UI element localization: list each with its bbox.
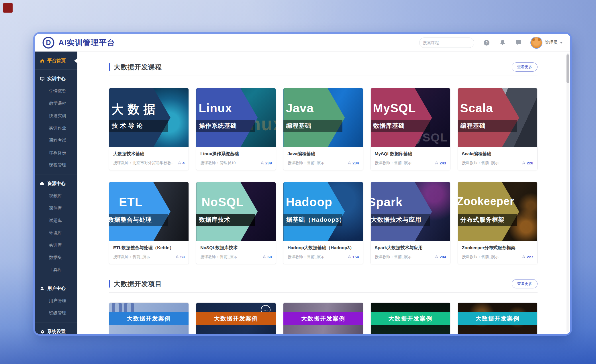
sidebar-item-environment-library[interactable]: 环境库 (35, 227, 77, 239)
course-teacher: 授课教师：北京市对外贸易学校教... (113, 160, 178, 166)
sidebar-item-dataset[interactable]: 数据集 (35, 251, 77, 264)
sidebar-section-label: 实训中心 (47, 76, 66, 82)
sidebar-item-label: 课程考试 (49, 138, 66, 143)
sidebar-item-course-backup[interactable]: 课程备份 (35, 147, 77, 159)
course-card-linux[interactable]: Linux Linux 操作系统基础 Linux操作系统基础 授课教师：管理员1… (196, 88, 276, 170)
course-banner-image: Spark 大数据技术与应用 (371, 182, 450, 241)
person-icon (175, 255, 179, 259)
course-card-hadoop[interactable]: Hadoop 据基础（Hadoop3） Hadoop大数据基础（Hadoop3）… (283, 182, 363, 264)
course-card-zookeeper[interactable]: Zookeeper 分布式服务框架 Zookeeper分布式服务框架 授课教师：… (458, 182, 538, 264)
student-count: 60 (262, 255, 272, 259)
chevron-down-icon[interactable] (560, 42, 563, 44)
banner-title: 大 数 据 (111, 101, 156, 117)
sidebar-item-label: 实训作业 (49, 125, 66, 131)
sidebar-item-class-management[interactable]: 班级管理 (35, 307, 77, 319)
student-count: 294 (435, 255, 446, 259)
banner-arrow-shape (109, 88, 170, 147)
banner-arrow-shape (196, 182, 258, 241)
course-card-java[interactable]: Java 编程基础 Java编程基础 授课教师：售前_演示 234 (283, 88, 363, 170)
section-title: 大数据开发课程 (114, 63, 512, 72)
banner-arrow-shape (109, 182, 170, 241)
sidebar-section-training[interactable]: 实训中心 (35, 72, 77, 85)
person-icon (522, 161, 526, 165)
desktop-red-chip (3, 3, 13, 13)
person-icon (178, 161, 181, 165)
help-icon[interactable]: ? (483, 39, 490, 46)
sidebar-section-user-center[interactable]: 用户中心 (35, 282, 77, 295)
course-card-nosql[interactable]: NoSQL 数据库技术 NoSQL数据库技术 授课教师：售前_演示 60 (196, 182, 276, 264)
course-card-scala[interactable]: Scala 编程基础 Scala编程基础 授课教师：售前_演示 228 (458, 88, 538, 170)
course-grid-row-2: ETL 数据整合与处理 ETL数据整合与处理（Kettle） 授课教师：售前_演… (109, 182, 538, 264)
project-card[interactable]: 大数据开发案例 (283, 302, 363, 334)
course-teacher: 授课教师：售前_演示 (462, 254, 522, 259)
banner-arrow-shape (371, 182, 432, 241)
project-card[interactable]: 00 大数据开发案例 (109, 302, 189, 334)
sidebar-item-question-library[interactable]: 试题库 (35, 215, 77, 227)
sidebar-item-training-library[interactable]: 实训库 (35, 239, 77, 251)
sidebar-group-home: 平台首页 (35, 52, 77, 66)
course-title: NoSQL数据库技术 (200, 245, 272, 251)
banner-subtitle: 据基础（Hadoop3） (283, 214, 342, 226)
course-title: Hadoop大数据基础（Hadoop3） (287, 245, 359, 251)
section-header-courses: 大数据开发课程 查看更多 (109, 62, 538, 72)
gear-icon (40, 329, 45, 334)
course-card-spark[interactable]: Spark 大数据技术与应用 Spark大数据技术与应用 授课教师：售前_演示 … (370, 182, 450, 264)
project-card[interactable]: 大数据开发案例 (458, 302, 538, 334)
sidebar-item-teaching-courses[interactable]: 教学课程 (35, 97, 77, 110)
sidebar-item-home[interactable]: 平台首页 (35, 55, 77, 66)
user-name[interactable]: 管理员 (545, 40, 558, 45)
course-teacher: 授课教师：售前_演示 (375, 254, 435, 259)
app-window: D AI实训管理平台 ? 管理员 (35, 34, 570, 334)
search-box[interactable] (419, 38, 474, 48)
banner-subtitle: 数据库技术 (196, 214, 255, 226)
course-card-mysql[interactable]: MySQL MySQL 数据库基础 MySQL数据库基础 授课教师：售前_演示 (370, 88, 450, 170)
user-avatar[interactable] (531, 37, 542, 48)
sidebar-section-resources[interactable]: 资源中心 (35, 177, 77, 190)
section-divider (109, 292, 538, 293)
sidebar-item-label: 视频库 (49, 193, 62, 199)
sidebar-section-system-settings[interactable]: 系统设置 (35, 325, 77, 334)
project-card[interactable]: … 大数据开发案例 (196, 302, 276, 334)
view-more-button[interactable]: 查看更多 (512, 62, 538, 72)
course-title: ETL数据整合与处理（Kettle） (113, 245, 185, 251)
sidebar-item-label: 环境库 (49, 230, 62, 236)
view-more-button[interactable]: 查看更多 (512, 279, 538, 288)
bell-icon[interactable] (499, 39, 506, 46)
sidebar-item-tool-library[interactable]: 工具库 (35, 264, 77, 276)
sidebar-item-label: 课件库 (49, 206, 62, 211)
student-count: 4 (178, 161, 185, 165)
scrollbar-thumb[interactable] (566, 54, 569, 83)
banner-subtitle: 编程基础 (458, 120, 517, 132)
project-image: 大数据开发案例 (371, 303, 450, 334)
message-icon[interactable] (515, 39, 522, 46)
banner-title: NoSQL (201, 195, 244, 209)
banner-subtitle: 编程基础 (283, 120, 342, 132)
banner-title: Zookeeper (458, 195, 514, 208)
course-title: MySQL数据库基础 (375, 151, 446, 157)
sidebar-item-courseware-library[interactable]: 课件库 (35, 202, 77, 215)
sidebar-item-course-management[interactable]: 课程管理 (35, 159, 77, 171)
sidebar: 平台首页 实训中心 学情概览 教学课程 快速实训 实训作业 课程考试 课程备份 … (35, 52, 77, 334)
banner-subtitle: 数据库基础 (371, 120, 430, 132)
sidebar-item-label: 用户管理 (49, 298, 66, 304)
student-count: 228 (522, 161, 533, 165)
course-title: 大数据技术基础 (113, 151, 185, 157)
sidebar-item-training-homework[interactable]: 实训作业 (35, 122, 77, 134)
course-banner-image: 大 数 据 技 术 导 论 (109, 88, 189, 147)
course-card-etl[interactable]: ETL 数据整合与处理 ETL数据整合与处理（Kettle） 授课教师：售前_演… (109, 182, 189, 264)
scrollbar-track[interactable] (566, 53, 569, 332)
sidebar-item-quick-training[interactable]: 快速实训 (35, 110, 77, 122)
banner-title: MySQL (373, 101, 416, 115)
sidebar-item-learning-overview[interactable]: 学情概览 (35, 85, 77, 97)
sidebar-item-video-library[interactable]: 视频库 (35, 190, 77, 202)
sidebar-item-label: 学情概览 (49, 88, 66, 94)
sidebar-item-course-exam[interactable]: 课程考试 (35, 134, 77, 147)
course-banner-image: MySQL MySQL 数据库基础 (371, 88, 450, 147)
course-grid-row-1: 大 数 据 技 术 导 论 大数据技术基础 授课教师：北京市对外贸易学校教...… (109, 88, 538, 170)
app-logo-icon: D (42, 37, 54, 49)
banner-arrow-shape (283, 182, 345, 241)
search-input[interactable] (423, 40, 475, 45)
project-card[interactable]: 大数据开发案例 (370, 302, 450, 334)
course-card-bigdata[interactable]: 大 数 据 技 术 导 论 大数据技术基础 授课教师：北京市对外贸易学校教...… (109, 88, 189, 170)
sidebar-item-user-management[interactable]: 用户管理 (35, 295, 77, 307)
